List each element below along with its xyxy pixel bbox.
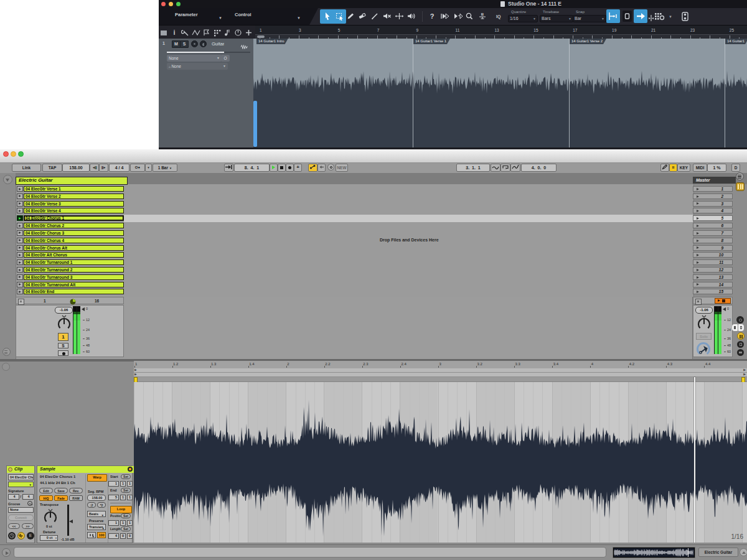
clip-play-button[interactable] [17, 282, 23, 287]
scene-play-icon[interactable] [697, 202, 699, 205]
transpose-value[interactable]: 0 st [46, 525, 52, 528]
scene-play-icon[interactable] [697, 269, 699, 271]
eraser-tool-icon[interactable] [358, 12, 368, 22]
clip-play-button[interactable] [17, 194, 23, 199]
marker-icon[interactable] [202, 28, 212, 37]
live-titlebar[interactable] [0, 149, 747, 163]
clip-play-button[interactable] [17, 259, 23, 265]
tap-tempo-button[interactable]: TAP [42, 164, 62, 172]
time-field[interactable]: 1 [127, 520, 133, 526]
track-list-icon[interactable] [160, 28, 169, 37]
envelope-box-tab[interactable]: E [27, 532, 34, 539]
session-record-button[interactable] [327, 164, 334, 170]
scene-slot[interactable]: 8 [693, 238, 733, 243]
scene-play-icon[interactable] [697, 283, 699, 286]
scene-slot[interactable]: 5 [693, 215, 733, 221]
mute-button[interactable]: M [172, 40, 181, 48]
input-select[interactable]: None▼ [167, 55, 222, 62]
punch-in-button[interactable] [491, 164, 500, 172]
instrument-select[interactable]: ⌂ None▼ [167, 63, 228, 70]
scene-slot[interactable]: 11 [693, 259, 733, 265]
warp-mode-select[interactable]: Beats▼ [87, 511, 106, 517]
listen-tool-icon[interactable] [406, 12, 416, 22]
transients-select[interactable]: Transien▼ [87, 524, 106, 530]
quantize-note-icon[interactable] [223, 28, 233, 37]
timebase-select[interactable]: Bars▼ [540, 15, 573, 22]
scene-slot[interactable]: 12 [693, 267, 733, 273]
scene-play-icon[interactable] [697, 276, 699, 279]
record-arm-button[interactable] [191, 40, 198, 47]
commit-button[interactable]: Commit [8, 515, 34, 521]
paint-tool-icon[interactable] [370, 12, 380, 22]
grid-caret-icon[interactable]: ▼ [669, 15, 672, 19]
follow-playhead-button[interactable] [224, 164, 233, 172]
clip-color-badge[interactable] [8, 467, 12, 472]
help-icon[interactable]: ? [428, 12, 438, 22]
launch-box-tab[interactable] [8, 532, 16, 539]
info-view-toggle[interactable] [2, 548, 11, 557]
draw-mode-button[interactable] [660, 164, 669, 172]
mixer-section-toggle[interactable] [737, 332, 745, 340]
punch-out-button[interactable] [510, 164, 520, 172]
close-button[interactable] [161, 2, 166, 6]
mute-tool-icon[interactable] [382, 12, 392, 22]
detune-field[interactable]: 0 ct▾ [40, 535, 58, 541]
autoscroll-button[interactable] [634, 9, 647, 23]
loop-range-handle[interactable] [257, 35, 265, 38]
halve-bpm-button[interactable]: :2 [87, 502, 96, 508]
scene-play-icon[interactable] [697, 261, 699, 264]
waveform-display[interactable]: 1/16 [134, 382, 747, 543]
automation-icon[interactable] [192, 28, 201, 37]
scene-slot[interactable]: 14 [693, 282, 733, 287]
track-arm-button[interactable] [58, 350, 68, 356]
gain-slider-handle[interactable] [69, 520, 73, 523]
record-button[interactable] [286, 164, 294, 172]
track-name[interactable]: Guitar [212, 41, 224, 47]
volume-fader[interactable] [167, 52, 224, 53]
playhead-marker-icon[interactable] [648, 13, 654, 24]
show-hide-panel-icon[interactable] [740, 548, 747, 556]
play-button[interactable] [270, 164, 278, 172]
end-set-button[interactable]: Set [121, 488, 131, 493]
minimize-button[interactable] [169, 2, 173, 6]
nudge-back-button[interactable]: << [8, 523, 20, 529]
play-from-icon[interactable] [440, 12, 450, 22]
clip-name[interactable]: 04 ElecGtr Turnaround 3 [24, 274, 124, 280]
reenable-automation-button[interactable] [317, 164, 326, 172]
track-header[interactable]: Electric Guitar [16, 177, 128, 185]
event-flag[interactable]: 14 Guitar1 Intro [256, 39, 288, 44]
warp-button[interactable]: Warp [87, 474, 107, 482]
track-activator-button[interactable]: 1 [58, 333, 68, 341]
position-set-button[interactable]: Set [121, 513, 131, 518]
midi-map-button[interactable]: MIDI [693, 164, 707, 172]
quantization-select[interactable]: 1 Bar ▼ [153, 164, 177, 172]
stop-all-clips-button[interactable] [695, 299, 702, 305]
clip-name[interactable]: 04 ElecGtr Turnaround Alt [24, 282, 124, 287]
time-field[interactable]: 1 [120, 520, 126, 526]
scene-slot[interactable]: 3 [693, 201, 733, 207]
timestripe-button[interactable] [622, 11, 632, 22]
tool-settings-icon[interactable] [181, 28, 190, 37]
clip-name[interactable]: 04 ElecGtr Chorus 1 [24, 215, 124, 221]
iq-label[interactable]: IQ [496, 14, 500, 19]
new-button[interactable]: NEW [336, 164, 348, 172]
scene-slot[interactable]: 1 [693, 186, 733, 192]
clip-name[interactable]: 04 ElecGtr End [24, 289, 124, 294]
zoom-button[interactable] [18, 151, 24, 157]
start-set-button[interactable]: Set [121, 474, 131, 479]
crossfader-knob[interactable] [696, 342, 712, 357]
parameter-caret-icon[interactable]: ▼ [218, 16, 222, 20]
loop-length-field[interactable]: 4. 0. 0 [521, 164, 557, 172]
clip-play-button[interactable] [17, 208, 23, 213]
solo-button[interactable]: S [180, 40, 189, 48]
macro-button[interactable] [681, 12, 690, 24]
bend-tool-icon[interactable] [395, 12, 405, 22]
delay-section-toggle[interactable] [737, 341, 744, 348]
clip-playing-button[interactable] [17, 215, 23, 221]
grid-icon[interactable] [213, 28, 222, 37]
clip-play-button[interactable] [17, 252, 23, 258]
clip-overview[interactable] [613, 548, 695, 558]
scene-play-icon[interactable] [697, 254, 699, 256]
back-to-arrangement-button[interactable] [715, 298, 731, 304]
overdub-button[interactable]: + [294, 164, 302, 172]
